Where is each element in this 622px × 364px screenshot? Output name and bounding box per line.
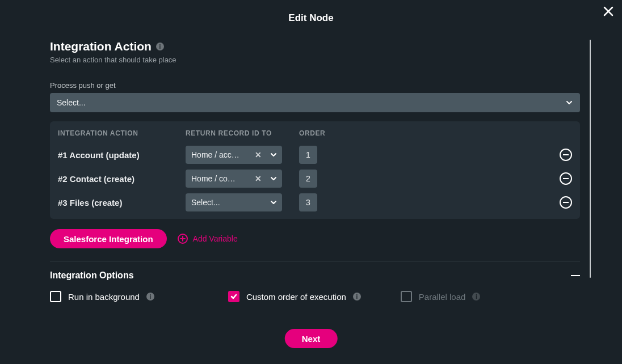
return-select[interactable]: Home / acc… ✕ bbox=[186, 146, 282, 164]
chevron-down-icon bbox=[270, 151, 278, 159]
options-title: Integration Options bbox=[50, 270, 134, 281]
th-return-record: RETURN RECORD ID TO bbox=[186, 129, 299, 137]
section-subtitle: Select an action that should take place bbox=[50, 56, 594, 64]
action-table: INTEGRATION ACTION RETURN RECORD ID TO O… bbox=[50, 121, 580, 219]
remove-row-button[interactable] bbox=[560, 149, 572, 161]
modal-title: Edit Node bbox=[0, 0, 622, 24]
salesforce-integration-button[interactable]: Salesforce Integration bbox=[50, 229, 167, 248]
table-row: #2 Contact (create) Home / co… ✕ 2 bbox=[58, 167, 572, 191]
modal-content: Integration Action i Select an action th… bbox=[50, 40, 594, 324]
th-order: ORDER bbox=[299, 129, 333, 137]
custom-order-label: Custom order of execution bbox=[246, 292, 346, 302]
run-in-background-checkbox[interactable] bbox=[50, 291, 61, 302]
parallel-load-checkbox bbox=[401, 291, 412, 302]
table-row: #3 Files (create) Select... 3 bbox=[58, 191, 572, 214]
below-actions-row: Salesforce Integration Add Variable bbox=[50, 229, 594, 248]
option-run-in-background: Run in background i bbox=[50, 291, 154, 302]
order-input[interactable]: 2 bbox=[299, 170, 317, 188]
close-button[interactable] bbox=[603, 6, 614, 19]
options-row: Run in background i Custom order of exec… bbox=[50, 291, 594, 302]
minus-icon bbox=[563, 154, 569, 155]
table-header-row: INTEGRATION ACTION RETURN RECORD ID TO O… bbox=[58, 129, 572, 137]
order-input[interactable]: 1 bbox=[299, 146, 317, 164]
th-integration-action: INTEGRATION ACTION bbox=[58, 129, 186, 137]
footer: Next bbox=[285, 329, 338, 348]
info-icon: i bbox=[472, 293, 480, 300]
divider bbox=[50, 261, 580, 261]
process-select-value: Select... bbox=[57, 98, 86, 107]
return-select[interactable]: Select... bbox=[186, 193, 282, 211]
info-icon[interactable]: i bbox=[146, 293, 154, 300]
return-select-value: Select... bbox=[191, 198, 264, 207]
clear-icon[interactable]: ✕ bbox=[253, 150, 264, 159]
row-action-label: #2 Contact (create) bbox=[58, 174, 186, 184]
remove-row-button[interactable] bbox=[560, 196, 572, 209]
custom-order-checkbox[interactable] bbox=[228, 291, 239, 302]
check-icon bbox=[230, 293, 238, 300]
process-select[interactable]: Select... bbox=[50, 93, 580, 112]
section-title-row: Integration Action i bbox=[50, 40, 594, 53]
info-icon[interactable]: i bbox=[156, 43, 164, 50]
chevron-down-icon bbox=[270, 198, 278, 206]
add-variable-button[interactable]: Add Variable bbox=[177, 233, 238, 244]
return-select-value: Home / co… bbox=[191, 174, 250, 183]
parallel-load-label: Parallel load bbox=[419, 292, 466, 302]
return-select-value: Home / acc… bbox=[191, 150, 250, 159]
next-button[interactable]: Next bbox=[285, 329, 338, 348]
table-row: #1 Account (update) Home / acc… ✕ 1 bbox=[58, 143, 572, 167]
minus-icon bbox=[563, 178, 569, 179]
chevron-down-icon bbox=[270, 175, 278, 183]
remove-row-button[interactable] bbox=[560, 172, 572, 185]
minus-icon bbox=[563, 202, 569, 203]
process-field-label: Process push or get bbox=[50, 81, 594, 90]
plus-circle-icon bbox=[177, 233, 188, 244]
run-in-background-label: Run in background bbox=[68, 292, 140, 302]
option-parallel-load: Parallel load i bbox=[401, 291, 481, 302]
return-select[interactable]: Home / co… ✕ bbox=[186, 170, 282, 188]
options-header: Integration Options bbox=[50, 270, 580, 281]
info-icon[interactable]: i bbox=[353, 293, 361, 300]
chevron-down-icon bbox=[565, 99, 573, 107]
section-title: Integration Action bbox=[50, 40, 152, 53]
collapse-toggle[interactable] bbox=[571, 275, 580, 276]
add-variable-label: Add Variable bbox=[193, 234, 238, 243]
row-action-label: #1 Account (update) bbox=[58, 150, 186, 160]
row-action-label: #3 Files (create) bbox=[58, 198, 186, 208]
option-custom-order: Custom order of execution i bbox=[228, 291, 361, 302]
close-icon bbox=[603, 6, 614, 17]
clear-icon[interactable]: ✕ bbox=[253, 174, 264, 183]
order-input[interactable]: 3 bbox=[299, 193, 317, 211]
